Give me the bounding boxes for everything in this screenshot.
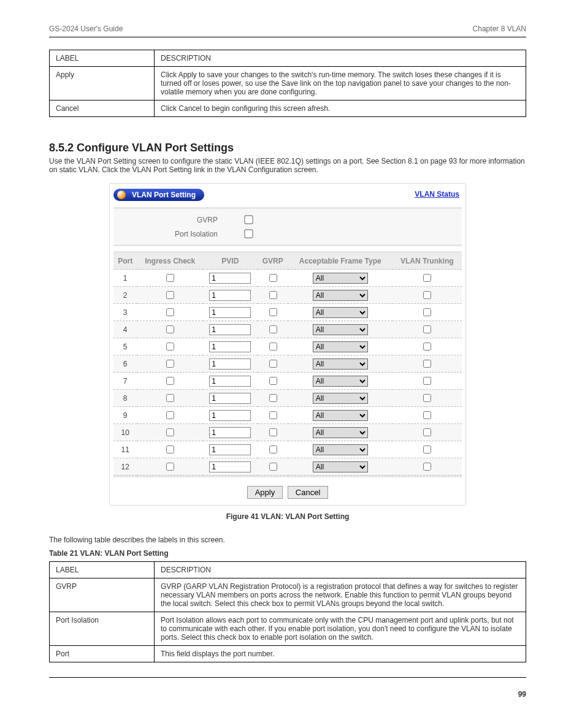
gvrp-checkbox[interactable] <box>269 394 277 402</box>
gvrp-checkbox[interactable] <box>269 291 277 299</box>
gvrp-checkbox[interactable] <box>269 308 277 316</box>
table-row: 11All <box>113 441 462 458</box>
pvid-input[interactable] <box>209 290 251 301</box>
vlan-trunking-checkbox[interactable] <box>423 325 431 333</box>
ingress-check-checkbox[interactable] <box>166 463 174 471</box>
vlan-trunking-checkbox[interactable] <box>423 446 431 453</box>
vlan-trunking-checkbox[interactable] <box>423 291 431 299</box>
ingress-check-checkbox[interactable] <box>166 428 174 436</box>
orange-dot-icon <box>117 191 126 199</box>
bcol-desc: DESCRIPTION <box>155 562 526 578</box>
table-row: 6All <box>113 355 462 373</box>
col-label: LABEL <box>50 50 155 67</box>
row-cancel-desc: Click Cancel to begin configuring this s… <box>155 100 526 117</box>
acceptable-frame-type-select[interactable]: All <box>313 410 368 421</box>
global-gvrp-checkbox[interactable] <box>244 215 253 224</box>
ingress-check-checkbox[interactable] <box>166 274 174 282</box>
global-gvrp-label: GVRP <box>113 216 242 224</box>
gvrp-checkbox[interactable] <box>269 428 277 436</box>
ingress-check-checkbox[interactable] <box>166 360 174 368</box>
ingress-check-checkbox[interactable] <box>166 446 174 453</box>
th-trunk: VLAN Trunking <box>393 253 462 270</box>
table-row: 1All <box>113 270 462 287</box>
ingress-check-checkbox[interactable] <box>166 377 174 385</box>
table-row: 5All <box>113 338 462 355</box>
pvid-input[interactable] <box>209 410 251 421</box>
cell-port: 3 <box>113 304 137 321</box>
acceptable-frame-type-select[interactable]: All <box>313 307 368 318</box>
pvid-input[interactable] <box>209 393 251 404</box>
ingress-check-checkbox[interactable] <box>166 291 174 299</box>
th-ingress: Ingress Check <box>137 253 203 270</box>
vlan-trunking-checkbox[interactable] <box>423 360 431 368</box>
pvid-input[interactable] <box>209 461 251 472</box>
cell-port: 11 <box>113 441 137 458</box>
vlan-trunking-checkbox[interactable] <box>423 463 431 471</box>
row-gvrp-desc: GVRP (GARP VLAN Registration Protocol) i… <box>155 578 526 612</box>
row-gvrp-label: GVRP <box>50 578 155 612</box>
vlan-trunking-checkbox[interactable] <box>423 308 431 316</box>
ingress-check-checkbox[interactable] <box>166 343 174 351</box>
th-port: Port <box>113 253 137 270</box>
cell-port: 12 <box>113 458 137 476</box>
ports-table: Port Ingress Check PVID GVRP Acceptable … <box>113 253 462 476</box>
vlan-trunking-checkbox[interactable] <box>423 428 431 436</box>
acceptable-frame-type-select[interactable]: All <box>313 393 368 404</box>
top-rule <box>49 37 526 37</box>
cancel-button[interactable]: Cancel <box>288 486 328 499</box>
vlan-status-link[interactable]: VLAN Status <box>415 190 459 199</box>
pvid-input[interactable] <box>209 324 251 335</box>
acceptable-frame-type-select[interactable]: All <box>313 290 368 301</box>
acceptable-frame-type-select[interactable]: All <box>313 376 368 387</box>
table-row: 12All <box>113 458 462 476</box>
pvid-input[interactable] <box>209 273 251 284</box>
panel-title-text: VLAN Port Setting <box>132 191 196 199</box>
gvrp-checkbox[interactable] <box>269 360 277 368</box>
gvrp-checkbox[interactable] <box>269 274 277 282</box>
acceptable-frame-type-select[interactable]: All <box>313 461 368 472</box>
acceptable-frame-type-select[interactable]: All <box>313 358 368 370</box>
pvid-input[interactable] <box>209 307 251 318</box>
pvid-input[interactable] <box>209 376 251 387</box>
ingress-check-checkbox[interactable] <box>166 411 174 419</box>
global-port-isolation-checkbox[interactable] <box>244 229 253 238</box>
gvrp-checkbox[interactable] <box>269 343 277 351</box>
acceptable-frame-type-select[interactable]: All <box>313 427 368 438</box>
gvrp-checkbox[interactable] <box>269 463 277 471</box>
global-settings-block: GVRP Port Isolation <box>113 207 462 246</box>
gvrp-checkbox[interactable] <box>269 325 277 333</box>
gvrp-checkbox[interactable] <box>269 377 277 385</box>
row-apply-label: Apply <box>50 67 155 100</box>
vlan-trunking-checkbox[interactable] <box>423 411 431 419</box>
ingress-check-checkbox[interactable] <box>166 325 174 333</box>
apply-button[interactable]: Apply <box>247 486 283 499</box>
bottom-rule <box>49 677 526 678</box>
row-apply-desc: Click Apply to save your changes to the … <box>155 67 526 100</box>
pvid-input[interactable] <box>209 427 251 438</box>
cell-port: 8 <box>113 390 137 407</box>
ingress-check-checkbox[interactable] <box>166 308 174 316</box>
vlan-trunking-checkbox[interactable] <box>423 394 431 402</box>
figure-caption: Figure 41 VLAN: VLAN Port Setting <box>49 512 526 521</box>
gvrp-checkbox[interactable] <box>269 446 277 453</box>
pvid-input[interactable] <box>209 358 251 370</box>
vlan-trunking-checkbox[interactable] <box>423 343 431 351</box>
cell-port: 7 <box>113 373 137 390</box>
table-row: 9All <box>113 407 462 424</box>
vlan-trunking-checkbox[interactable] <box>423 377 431 385</box>
pvid-input[interactable] <box>209 341 251 352</box>
section-number: 8.5.2 Configure VLAN Port Settings <box>49 142 526 154</box>
acceptable-frame-type-select[interactable]: All <box>313 273 368 284</box>
acceptable-frame-type-select[interactable]: All <box>313 444 368 455</box>
table-row: 8All <box>113 390 462 407</box>
gvrp-checkbox[interactable] <box>269 411 277 419</box>
ingress-check-checkbox[interactable] <box>166 394 174 402</box>
acceptable-frame-type-select[interactable]: All <box>313 324 368 335</box>
vlan-trunking-checkbox[interactable] <box>423 274 431 282</box>
table-row: 4All <box>113 321 462 338</box>
acceptable-frame-type-select[interactable]: All <box>313 341 368 352</box>
pvid-input[interactable] <box>209 444 251 455</box>
chapter-name: Chapter 8 VLAN <box>473 25 526 33</box>
section-text: Use the VLAN Port Setting screen to conf… <box>49 157 526 174</box>
guide-name: GS-2024 User's Guide <box>49 25 123 33</box>
